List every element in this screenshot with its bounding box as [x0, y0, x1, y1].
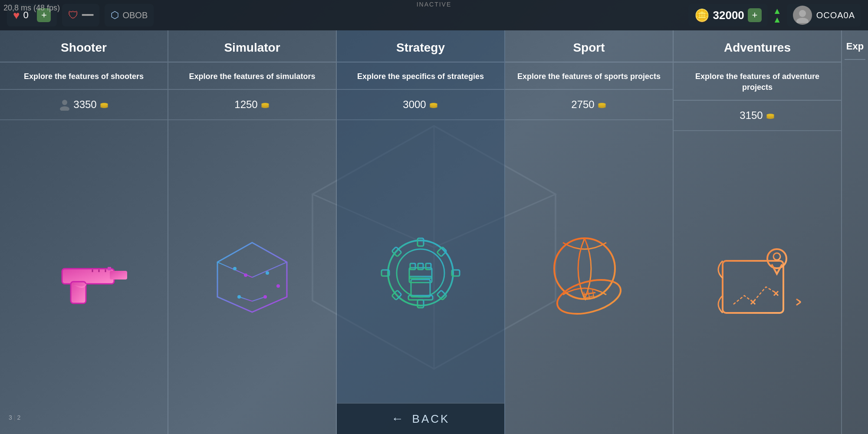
- coin-stack-sport: [597, 100, 607, 109]
- svg-point-38: [237, 295, 241, 299]
- adventures-title: Adventures: [674, 30, 841, 62]
- drops-icon: ⬡: [111, 10, 119, 21]
- sport-desc: Explore the features of sports projects: [505, 62, 673, 90]
- simulator-cost: 1250: [168, 90, 336, 120]
- svg-point-7: [799, 10, 806, 17]
- adventures-desc: Explore the features of adventure projec…: [674, 62, 841, 101]
- sports-icon: [537, 230, 641, 325]
- status-label: INACTIVE: [417, 1, 452, 8]
- svg-rect-45: [418, 238, 424, 246]
- svg-line-26: [252, 262, 287, 277]
- svg-point-44: [397, 249, 444, 297]
- svg-rect-15: [110, 271, 127, 279]
- user-section: OCOA0A: [787, 4, 861, 26]
- svg-point-39: [263, 295, 267, 299]
- category-extra-partial: Exp: [842, 30, 868, 434]
- coin-icon: 🪙: [694, 8, 710, 23]
- categories-area: Shooter Explore the features of shooters…: [0, 30, 868, 434]
- fps-counter: 20,8 ms (48 fps): [3, 3, 60, 13]
- svg-point-79: [767, 249, 786, 268]
- coin-amount: 32000: [713, 9, 744, 22]
- svg-rect-58: [426, 263, 431, 270]
- strategy-desc: Explore the specifics of strategies: [337, 62, 504, 90]
- svg-rect-16: [71, 282, 86, 303]
- svg-point-9: [62, 100, 67, 105]
- shooter-cost: 3350: [0, 90, 168, 120]
- shield-icon: 🛡: [68, 9, 79, 21]
- svg-rect-20: [108, 267, 111, 270]
- svg-rect-46: [418, 300, 424, 308]
- category-adventures[interactable]: Adventures Explore the features of adven…: [674, 30, 842, 434]
- ammo-counter: 3 | 2: [9, 414, 20, 421]
- svg-point-42: [430, 103, 437, 105]
- avatar: [793, 6, 812, 25]
- sport-title: Sport: [505, 30, 673, 62]
- svg-rect-14: [62, 269, 114, 284]
- gun-icon: [36, 238, 132, 316]
- category-simulator[interactable]: Simulator Explore the features of simula…: [168, 30, 337, 434]
- adventures-cost: 3150: [674, 101, 841, 131]
- map-icon: [710, 235, 805, 330]
- person-icon-shooter: [59, 99, 71, 111]
- svg-point-13: [100, 103, 108, 105]
- back-arrow-icon: ←: [391, 412, 405, 426]
- svg-rect-50: [437, 247, 447, 256]
- coin-stack-simulator: [260, 100, 270, 109]
- drops-section: ⬡ OBOB: [105, 4, 154, 26]
- coins-section: 🪙 32000 +: [688, 4, 768, 26]
- circuit-cube-icon: [204, 230, 300, 325]
- strategy-icon-area: [364, 120, 477, 434]
- category-sport[interactable]: Sport Explore the features of sports pro…: [505, 30, 674, 434]
- svg-point-23: [261, 103, 269, 105]
- sport-cost: 2750: [505, 90, 673, 120]
- svg-point-10: [60, 106, 69, 111]
- svg-point-31: [244, 273, 247, 277]
- svg-point-62: [598, 103, 606, 105]
- simulator-desc: Explore the features of simulators: [168, 62, 336, 90]
- adventures-icon-area: [701, 131, 814, 434]
- strategy-title: Strategy: [337, 30, 504, 62]
- coin-stack-strategy: [429, 100, 438, 109]
- svg-rect-52: [437, 290, 447, 300]
- svg-point-73: [766, 114, 774, 116]
- svg-rect-59: [408, 296, 433, 300]
- svg-rect-56: [410, 263, 415, 270]
- svg-rect-57: [418, 263, 423, 270]
- simulator-icon-area: [196, 120, 309, 434]
- chess-gear-icon: [373, 230, 468, 325]
- category-shooter[interactable]: Shooter Explore the features of shooters…: [0, 30, 168, 434]
- svg-point-35: [276, 284, 280, 288]
- svg-point-8: [796, 18, 809, 23]
- simulator-title: Simulator: [168, 30, 336, 62]
- shooter-icon-area: 3 | 2: [27, 120, 140, 434]
- sport-icon-area: [528, 120, 650, 434]
- coin-stack-adventures: [766, 111, 775, 120]
- svg-point-30: [233, 267, 237, 270]
- back-button[interactable]: ← BACK: [337, 403, 505, 434]
- username: OCOA0A: [816, 10, 855, 20]
- back-label: BACK: [412, 412, 450, 426]
- strategy-cost: 3000: [337, 90, 504, 120]
- coins-plus-button[interactable]: +: [748, 8, 762, 22]
- shooter-desc: Explore the features of shooters: [0, 62, 168, 90]
- back-button-container: ← BACK: [337, 403, 505, 434]
- shooter-title: Shooter: [0, 30, 168, 62]
- topbar: 20,8 ms (48 fps) ♥ 0 + 🛡 ━━ ⬡ OBOB INACT…: [0, 0, 868, 30]
- coin-stack-shooter: [99, 100, 109, 109]
- svg-line-36: [239, 297, 252, 301]
- svg-line-37: [252, 297, 265, 301]
- rank-arrows: ▲ ▲: [773, 7, 782, 24]
- shield-section: 🛡 ━━: [62, 4, 99, 26]
- svg-point-34: [266, 271, 269, 275]
- category-strategy[interactable]: Strategy Explore the specifics of strate…: [337, 30, 505, 434]
- svg-point-80: [773, 253, 780, 260]
